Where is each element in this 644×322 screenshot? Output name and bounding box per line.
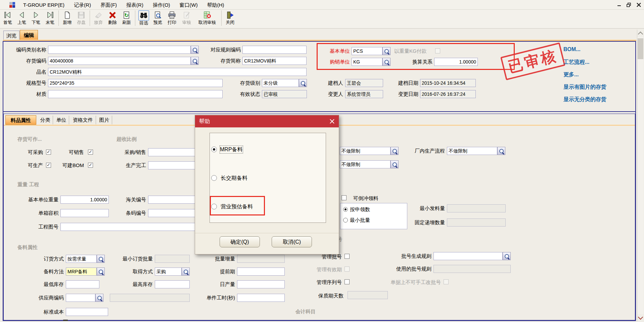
item-level-lookup-button[interactable] (299, 79, 307, 87)
acquire-mode-input[interactable]: 采购 (155, 268, 182, 276)
preview-button[interactable]: 预览 (151, 10, 165, 25)
limit1-lookup-button[interactable] (390, 147, 399, 155)
material-input[interactable] (48, 90, 223, 98)
code-category-input[interactable] (48, 46, 191, 54)
tab-browse[interactable]: 浏览 (3, 31, 19, 40)
batch-rule-input[interactable] (433, 252, 503, 260)
tab-unit[interactable]: 单位 (54, 116, 69, 124)
tab-image[interactable]: 图片 (97, 116, 112, 124)
daily-output-input[interactable] (237, 280, 285, 288)
limit2-input[interactable]: 不做限制 (340, 160, 390, 168)
vertical-scrollbar[interactable] (637, 30, 644, 321)
order-mode-lookup-button[interactable] (97, 255, 105, 263)
by-request-radio[interactable] (343, 207, 348, 212)
manage-batch-checkbox[interactable] (344, 254, 350, 259)
delete-button[interactable]: 删除 (105, 10, 120, 25)
menu-operation[interactable]: 操作(O) (148, 0, 175, 9)
purchasable-checkbox[interactable]: ✓ (46, 150, 51, 155)
backflush-checkbox[interactable] (341, 195, 347, 200)
min-batch-radio[interactable] (343, 218, 348, 223)
close-app-button[interactable]: 关闭 (223, 10, 237, 25)
lead-time-input[interactable] (237, 268, 285, 276)
supplier-code-input[interactable] (66, 294, 95, 302)
new-button[interactable]: 新增 (60, 10, 74, 25)
option-mrp-radio[interactable] (211, 147, 217, 152)
minimize-icon[interactable] (615, 1, 623, 8)
scroll-down-button[interactable] (637, 314, 644, 321)
base-unit-lookup-button[interactable] (382, 47, 390, 55)
next-record-button[interactable]: 下笔 (29, 10, 43, 25)
prev-record-button[interactable]: 上笔 (15, 10, 29, 25)
menu-window[interactable]: 窗口(W) (175, 0, 202, 9)
producible-checkbox[interactable]: ✓ (46, 163, 51, 168)
first-record-button[interactable]: 首笔 (1, 10, 15, 25)
std-cost-input[interactable] (66, 308, 108, 316)
dialog-close-button[interactable] (329, 118, 335, 125)
cancel-audit-button[interactable]: 取消审核 (194, 10, 220, 25)
acquire-mode-lookup-button[interactable] (182, 268, 190, 276)
item-abbr-input[interactable]: CR12MOV精料 (242, 57, 307, 65)
batch-rule-lookup-button[interactable] (503, 252, 511, 260)
item-level-input[interactable]: 未分级 (262, 79, 299, 87)
close-icon[interactable] (635, 1, 642, 8)
menu-app[interactable]: T-GROUP ERP(E) (18, 0, 69, 9)
base-weight-input[interactable]: 1.00000 (60, 196, 109, 204)
sellable-checkbox[interactable]: ✓ (88, 150, 93, 155)
trade-unit-lookup-button[interactable] (382, 58, 390, 66)
item-name-input[interactable]: CR12MOV精料 (48, 68, 307, 76)
prep-method-input[interactable]: MRP备料 (66, 268, 97, 276)
bom-allowed-checkbox[interactable]: ✓ (88, 163, 93, 168)
box-volume-input[interactable] (60, 209, 109, 217)
item-code-lookup-button[interactable] (191, 57, 199, 65)
tab-qualification[interactable]: 资格文件 (70, 116, 96, 124)
option-forecast-radio[interactable] (211, 204, 217, 209)
show-with-images-link[interactable]: 显示有图片的存货 (563, 84, 606, 91)
prep-method-lookup-button[interactable] (97, 268, 105, 276)
menu-report[interactable]: 报表(R) (122, 0, 148, 9)
supplier-name-display (110, 294, 190, 302)
show-uncategorized-link[interactable]: 显示无分类的存货 (563, 96, 606, 103)
unit-hours-input[interactable] (237, 294, 285, 302)
option-long-lead-radio[interactable] (211, 175, 217, 181)
spec-input[interactable]: 250*240*35 (48, 79, 223, 87)
factory-flow-lookup-button[interactable] (497, 147, 505, 155)
supplier-code-lookup-button[interactable] (95, 294, 103, 302)
trade-unit-input[interactable]: KG (352, 58, 382, 66)
menu-record[interactable]: 记录(R) (69, 0, 96, 9)
limit2-lookup-button[interactable] (390, 160, 399, 168)
more-link[interactable]: 更多... (563, 71, 579, 78)
cancel-button[interactable]: 取消(C) (272, 236, 312, 247)
tab-item-properties[interactable]: 料品属性 (5, 115, 36, 125)
filter-button[interactable]: 筛选 (137, 10, 151, 26)
refresh-button[interactable]: ↻ 刷新 (120, 10, 134, 25)
limit1-input[interactable]: 不做限制 (340, 147, 390, 155)
factory-flow-input[interactable]: 不做限制 (447, 147, 497, 155)
factory-flow-label: 厂内生产流程 (408, 147, 445, 155)
max-stock-input[interactable] (155, 280, 190, 288)
option-mrp-label[interactable]: MRP备料 (220, 146, 243, 153)
min-stock-input[interactable] (66, 280, 99, 288)
code-category-lookup-button[interactable] (191, 46, 199, 54)
restore-icon[interactable] (625, 1, 633, 8)
ok-button[interactable]: 确定(Q) (220, 236, 260, 247)
tab-category[interactable]: 分类 (38, 116, 53, 124)
menu-interface[interactable]: 界面(F) (96, 0, 122, 9)
section-material-header: 备料属性 (17, 244, 38, 251)
process-flow-link[interactable]: 工艺流程... (563, 59, 589, 66)
conversion-input[interactable]: 1.00000 (434, 58, 478, 66)
rule-code-input[interactable] (242, 46, 307, 54)
option-long-lead-label[interactable]: 长交期备料 (221, 174, 247, 182)
refresh-icon: ↻ (122, 10, 132, 20)
base-unit-input[interactable]: PCS (352, 47, 382, 55)
order-mode-input[interactable]: 按需求量 (66, 255, 97, 263)
bom-link[interactable]: BOM... (563, 46, 581, 52)
menu-help[interactable]: 帮助(H) (202, 0, 229, 9)
item-code-input[interactable]: 400400008 (48, 57, 191, 65)
scroll-thumb[interactable] (638, 38, 643, 59)
tab-edit[interactable]: 编辑 (20, 30, 38, 40)
print-button[interactable]: 打印 (165, 10, 179, 25)
option-forecast-label[interactable]: 营业预估备料 (221, 203, 253, 210)
last-record-button[interactable]: 末笔 (43, 10, 57, 25)
manage-serial-checkbox[interactable] (344, 279, 350, 284)
scroll-up-button[interactable] (637, 30, 644, 37)
